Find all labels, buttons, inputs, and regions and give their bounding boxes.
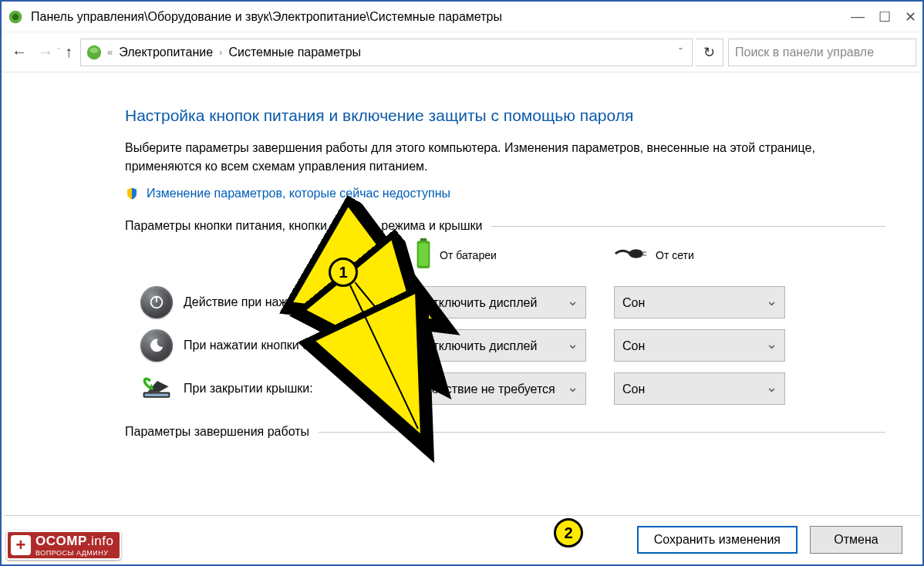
shield-icon [125, 187, 139, 200]
sleep-ac-select[interactable]: Сон [614, 329, 785, 362]
svg-rect-9 [642, 254, 646, 256]
control-panel-icon [8, 9, 23, 25]
breadcrumb-expand-icon[interactable]: ˇ [674, 46, 687, 59]
divider [491, 226, 885, 227]
svg-rect-11 [156, 296, 157, 302]
watermark-suffix: .info [87, 534, 114, 548]
window-title: Панель управления\Оборудование и звук\Эл… [31, 10, 851, 24]
svg-rect-8 [642, 251, 646, 253]
svg-point-3 [90, 47, 99, 52]
navbar: ← → ˇ ↑ « Электропитание › Системные пар… [2, 32, 922, 72]
content-area: Настройка кнопок питания и включение защ… [2, 72, 922, 439]
breadcrumb-icon [86, 44, 103, 61]
power-battery-select[interactable]: Отключить дисплей [415, 286, 586, 318]
annotation-marker-1: 1 [329, 258, 358, 287]
minimize-icon[interactable]: — [851, 8, 865, 25]
chevron-right-icon: › [218, 46, 224, 58]
column-ac-label: От сети [656, 249, 694, 261]
admin-unlock-label: Изменение параметров, которые сейчас нед… [147, 187, 450, 200]
window-controls: — ☐ ✕ [851, 8, 916, 25]
svg-point-1 [12, 13, 19, 19]
sleep-button-icon [140, 329, 173, 362]
history-dropdown-icon[interactable]: ˇ [57, 47, 60, 58]
admin-unlock-link[interactable]: Изменение параметров, которые сейчас нед… [125, 187, 885, 200]
lid-ac-select[interactable]: Сон [614, 372, 785, 405]
section-shutdown-title: Параметры завершения работы [125, 425, 885, 439]
watermark-main: OCOMP [35, 534, 87, 548]
breadcrumb-item-2[interactable]: Системные параметры [224, 45, 366, 59]
up-button[interactable]: ↑ [65, 43, 73, 61]
column-battery-label: От батареи [440, 249, 497, 261]
forward-button[interactable]: → [35, 42, 56, 62]
close-icon[interactable]: ✕ [905, 8, 916, 25]
watermark-sub: ВОПРОСЫ АДМИНУ [35, 549, 113, 557]
annotation-marker-2: 2 [554, 518, 583, 547]
power-ac-select[interactable]: Сон [614, 286, 785, 318]
section-buttons-title: Параметры кнопки питания, кнопки спящего… [125, 219, 885, 233]
section-buttons-label: Параметры кнопки питания, кнопки спящего… [125, 219, 482, 233]
footer-bar: Сохранить изменения Отмена [3, 515, 921, 563]
ac-plug-icon [614, 244, 648, 265]
battery-icon [415, 238, 432, 272]
divider [319, 432, 885, 433]
search-input[interactable]: Поиск в панели управле [728, 39, 916, 66]
settings-grid: От батареи От сети [140, 238, 885, 272]
save-button[interactable]: Сохранить изменения [637, 526, 798, 554]
svg-rect-6 [419, 243, 429, 265]
watermark-badge: + OCOMP.info ВОПРОСЫ АДМИНУ [6, 531, 121, 560]
lid-battery-select[interactable]: Действие не требуется [415, 372, 586, 405]
row-power-label: Действие при нажатии кнопки питания: [184, 295, 415, 309]
breadcrumb-item-1[interactable]: Электропитание [114, 45, 218, 59]
row-sleep-label: При нажатии кнопки сна: [184, 339, 415, 352]
row-lid-label: При закрытии крышки: [184, 382, 415, 396]
power-button-icon [140, 286, 173, 318]
svg-point-7 [629, 249, 643, 258]
sleep-battery-select[interactable]: Отключить дисплей [415, 329, 586, 362]
lid-close-icon [140, 372, 173, 405]
section-shutdown-label: Параметры завершения работы [125, 425, 309, 439]
watermark-plus-icon: + [11, 535, 31, 555]
settings-rows: Действие при нажатии кнопки питания: Отк… [140, 286, 885, 405]
svg-rect-13 [144, 393, 168, 396]
page-heading: Настройка кнопок питания и включение защ… [125, 106, 885, 125]
breadcrumb-prefix: « [106, 46, 114, 58]
page-description: Выберите параметры завершения работы для… [125, 139, 885, 176]
maximize-icon[interactable]: ☐ [878, 8, 891, 25]
cancel-button[interactable]: Отмена [810, 526, 902, 554]
back-button[interactable]: ← [9, 42, 29, 62]
address-bar[interactable]: « Электропитание › Системные параметры ˇ [80, 39, 693, 66]
refresh-button[interactable]: ↻ [696, 39, 723, 66]
titlebar: Панель управления\Оборудование и звук\Эл… [2, 2, 922, 32]
